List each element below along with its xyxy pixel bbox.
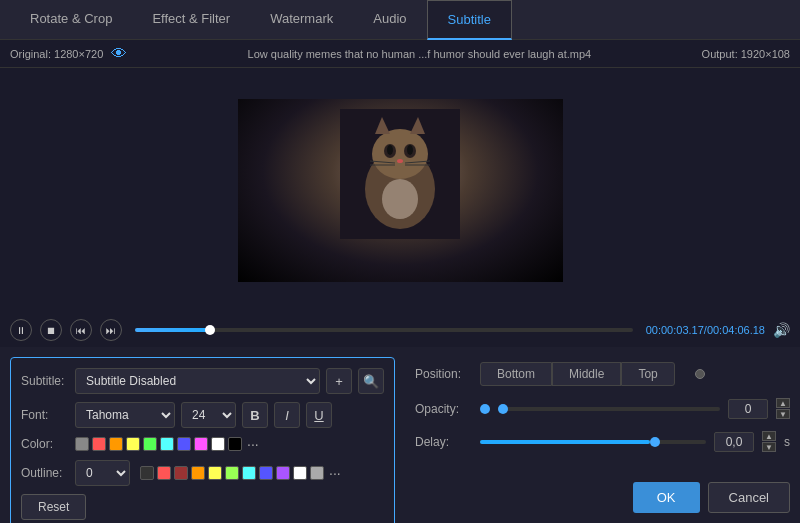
font-size-select[interactable]: 24 xyxy=(181,402,236,428)
opacity-spinbox: ▲ ▼ xyxy=(776,398,790,419)
delay-label: Delay: xyxy=(415,435,470,449)
font-row: Font: Tahoma 24 B I U xyxy=(21,402,384,428)
delay-value-input[interactable] xyxy=(714,432,754,452)
italic-button[interactable]: I xyxy=(274,402,300,428)
color-row: Color: ··· xyxy=(21,436,384,452)
delay-row: Delay: ▲ ▼ s xyxy=(415,431,790,452)
tab-audio[interactable]: Audio xyxy=(353,0,426,40)
position-label: Position: xyxy=(415,367,470,381)
subtitle-select[interactable]: Subtitle Disabled xyxy=(75,368,320,394)
search-subtitle-button[interactable]: 🔍 xyxy=(358,368,384,394)
svg-point-7 xyxy=(387,145,393,155)
svg-point-2 xyxy=(372,129,428,179)
color-swatch-1[interactable] xyxy=(75,437,89,451)
color-swatch-7[interactable] xyxy=(177,437,191,451)
font-select[interactable]: Tahoma xyxy=(75,402,175,428)
color-swatch-3[interactable] xyxy=(109,437,123,451)
more-outline-colors-button[interactable]: ··· xyxy=(329,465,341,481)
volume-icon[interactable]: 🔊 xyxy=(773,322,790,338)
add-subtitle-button[interactable]: + xyxy=(326,368,352,394)
color-swatch-4[interactable] xyxy=(126,437,140,451)
opacity-up-button[interactable]: ▲ xyxy=(776,398,790,408)
main-container: Rotate & Crop Effect & Filter Watermark … xyxy=(0,0,800,523)
outline-color-swatches: ··· xyxy=(140,465,341,481)
position-middle-button[interactable]: Middle xyxy=(552,362,621,386)
outline-swatch-11[interactable] xyxy=(310,466,324,480)
outline-swatch-10[interactable] xyxy=(293,466,307,480)
opacity-row: Opacity: ▲ ▼ xyxy=(415,398,790,419)
outline-label: Outline: xyxy=(21,466,69,480)
position-bottom-button[interactable]: Bottom xyxy=(480,362,552,386)
time-display: 00:00:03.17/00:04:06.18 xyxy=(646,324,765,336)
video-thumbnail xyxy=(340,109,460,239)
original-resolution: Original: 1280×720 xyxy=(10,48,103,60)
output-resolution: Output: 1920×108 xyxy=(702,48,790,60)
subtitle-label: Subtitle: xyxy=(21,374,69,388)
video-preview-area xyxy=(0,68,800,313)
svg-point-14 xyxy=(382,179,418,219)
outline-swatch-3[interactable] xyxy=(174,466,188,480)
outline-row: Outline: 0 ··· xyxy=(21,460,384,486)
color-swatch-5[interactable] xyxy=(143,437,157,451)
subtitle-controls: Subtitle: Subtitle Disabled + 🔍 Font: Ta… xyxy=(10,357,395,523)
font-label: Font: xyxy=(21,408,69,422)
bold-button[interactable]: B xyxy=(242,402,268,428)
tab-subtitle[interactable]: Subtitle xyxy=(427,0,512,40)
outline-swatch-1[interactable] xyxy=(140,466,154,480)
position-buttons: Bottom Middle Top xyxy=(480,362,675,386)
opacity-slider-container: ▲ ▼ xyxy=(480,398,790,419)
outline-swatch-2[interactable] xyxy=(157,466,171,480)
outline-swatch-7[interactable] xyxy=(242,466,256,480)
opacity-thumb xyxy=(498,404,508,414)
color-swatches: ··· xyxy=(75,436,259,452)
video-info-bar: Original: 1280×720 👁 Low quality memes t… xyxy=(0,40,800,68)
underline-button[interactable]: U xyxy=(306,402,332,428)
outline-swatch-4[interactable] xyxy=(191,466,205,480)
timeline-thumb xyxy=(205,325,215,335)
delay-unit: s xyxy=(784,435,790,449)
color-swatch-6[interactable] xyxy=(160,437,174,451)
stop-button[interactable]: ⏹ xyxy=(40,319,62,341)
cancel-button[interactable]: Cancel xyxy=(708,482,790,513)
pause-button[interactable]: ⏸ xyxy=(10,319,32,341)
opacity-slider[interactable] xyxy=(498,407,720,411)
tab-rotate-crop[interactable]: Rotate & Crop xyxy=(10,0,132,40)
tab-bar: Rotate & Crop Effect & Filter Watermark … xyxy=(0,0,800,40)
more-colors-button[interactable]: ··· xyxy=(247,436,259,452)
position-top-button[interactable]: Top xyxy=(621,362,674,386)
total-time: 00:04:06.18 xyxy=(707,324,765,336)
subtitle-row: Subtitle: Subtitle Disabled + 🔍 xyxy=(21,368,384,394)
delay-down-button[interactable]: ▼ xyxy=(762,442,776,452)
tab-effect-filter[interactable]: Effect & Filter xyxy=(132,0,250,40)
reset-button[interactable]: Reset xyxy=(21,494,86,520)
delay-fill xyxy=(480,440,650,444)
svg-point-9 xyxy=(397,159,403,163)
color-swatch-2[interactable] xyxy=(92,437,106,451)
color-swatch-8[interactable] xyxy=(194,437,208,451)
playback-bar: ⏸ ⏹ ⏮ ⏭ 00:00:03.17/00:04:06.18 🔊 xyxy=(0,313,800,347)
color-swatch-9[interactable] xyxy=(211,437,225,451)
outline-select[interactable]: 0 xyxy=(75,460,130,486)
delay-up-button[interactable]: ▲ xyxy=(762,431,776,441)
ok-button[interactable]: OK xyxy=(633,482,700,513)
outline-swatch-6[interactable] xyxy=(225,466,239,480)
skip-forward-button[interactable]: ⏭ xyxy=(100,319,122,341)
svg-point-8 xyxy=(407,145,413,155)
position-indicator xyxy=(695,369,705,379)
delay-slider[interactable] xyxy=(480,440,706,444)
timeline-progress xyxy=(135,328,210,332)
current-time: 00:00:03.17 xyxy=(646,324,704,336)
timeline-slider[interactable] xyxy=(135,328,633,332)
skip-back-button[interactable]: ⏮ xyxy=(70,319,92,341)
color-swatch-10[interactable] xyxy=(228,437,242,451)
eye-icon[interactable]: 👁 xyxy=(111,45,127,63)
outline-swatch-5[interactable] xyxy=(208,466,222,480)
delay-spinbox: ▲ ▼ xyxy=(762,431,776,452)
opacity-value-input[interactable] xyxy=(728,399,768,419)
outline-swatch-8[interactable] xyxy=(259,466,273,480)
opacity-down-button[interactable]: ▼ xyxy=(776,409,790,419)
video-frame xyxy=(238,99,563,282)
opacity-slider-thumb-start xyxy=(480,404,490,414)
tab-watermark[interactable]: Watermark xyxy=(250,0,353,40)
outline-swatch-9[interactable] xyxy=(276,466,290,480)
